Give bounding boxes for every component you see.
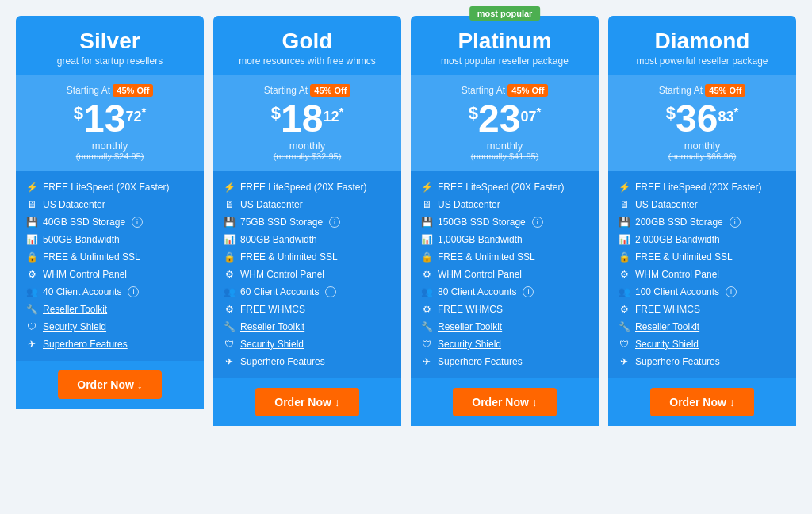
plan-subtitle-gold: more resources with free whmcs bbox=[221, 56, 393, 67]
feature-item-2: 💾 75GB SSD Storagei bbox=[223, 213, 392, 231]
price-main-platinum: 23 bbox=[478, 100, 520, 138]
feature-link-8[interactable]: Security Shield bbox=[43, 321, 106, 332]
info-icon[interactable]: i bbox=[329, 217, 340, 228]
price-period-gold: monthly bbox=[221, 140, 393, 152]
info-icon[interactable]: i bbox=[532, 217, 543, 228]
feature-icon-5: ⚙ bbox=[618, 269, 630, 280]
price-row-gold: $ 18 12* bbox=[221, 100, 393, 138]
feature-icon-10: ✈ bbox=[618, 356, 630, 367]
plan-footer-platinum: Order Now ↓ bbox=[411, 378, 599, 426]
price-period-diamond: monthly bbox=[616, 140, 788, 152]
price-dollar-platinum: $ bbox=[469, 103, 478, 124]
feature-link-10[interactable]: Superhero Features bbox=[438, 356, 523, 367]
price-asterisk-diamond: * bbox=[733, 105, 738, 118]
info-icon[interactable]: i bbox=[128, 286, 139, 297]
feature-icon-6: 👥 bbox=[25, 286, 38, 297]
feature-text-1: US Datacenter bbox=[438, 199, 500, 210]
feature-link-10[interactable]: Superhero Features bbox=[240, 356, 325, 367]
price-dollar-silver: $ bbox=[74, 103, 83, 124]
feature-icon-5: ⚙ bbox=[223, 269, 236, 280]
price-main-diamond: 36 bbox=[676, 100, 718, 138]
feature-link-9[interactable]: Security Shield bbox=[635, 339, 699, 350]
feature-item-6: 👥 100 Client Accountsi bbox=[618, 283, 787, 301]
price-asterisk-platinum: * bbox=[536, 105, 541, 118]
feature-link-8[interactable]: Reseller Toolkit bbox=[438, 321, 502, 332]
feature-icon-6: 👥 bbox=[420, 286, 433, 297]
feature-text-6: 40 Client Accounts bbox=[43, 286, 121, 297]
feature-text-1: US Datacenter bbox=[43, 199, 105, 210]
price-normal-gold: (normally $32.95) bbox=[221, 152, 393, 161]
plan-pricing-silver: Starting At 45% Off $ 13 72* monthly (no… bbox=[16, 75, 204, 171]
price-normal-platinum: (normally $41.95) bbox=[419, 152, 591, 161]
feature-item-2: 💾 150GB SSD Storagei bbox=[420, 213, 589, 231]
off-badge-platinum: 45% Off bbox=[508, 84, 548, 97]
plan-card-platinum: most popular Platinum most popular resel… bbox=[411, 16, 599, 426]
feature-icon-5: ⚙ bbox=[420, 269, 433, 280]
feature-link-9[interactable]: Security Shield bbox=[438, 339, 501, 350]
feature-item-7: ⚙ FREE WHMCS bbox=[420, 301, 589, 318]
plan-header-platinum: Platinum most popular reseller package bbox=[411, 16, 599, 75]
feature-link-8[interactable]: Reseller Toolkit bbox=[240, 321, 304, 332]
info-icon[interactable]: i bbox=[730, 217, 741, 228]
feature-icon-10: ✈ bbox=[223, 356, 236, 367]
plan-card-gold: Gold more resources with free whmcs Star… bbox=[213, 16, 401, 426]
feature-item-10: ✈ Superhero Features bbox=[420, 353, 589, 370]
plan-pricing-platinum: Starting At 45% Off $ 23 07* monthly (no… bbox=[411, 75, 599, 171]
feature-link-7[interactable]: Reseller Toolkit bbox=[43, 304, 107, 315]
feature-icon-1: 🖥 bbox=[420, 199, 433, 210]
order-btn-diamond[interactable]: Order Now ↓ bbox=[650, 388, 753, 416]
feature-icon-8: 🔧 bbox=[420, 321, 433, 332]
order-btn-silver[interactable]: Order Now ↓ bbox=[58, 370, 161, 399]
plan-subtitle-diamond: most powerful reseller package bbox=[616, 56, 788, 67]
feature-text-5: WHM Control Panel bbox=[240, 269, 324, 280]
feature-item-3: 📊 800GB Bandwidth bbox=[223, 231, 392, 248]
info-icon[interactable]: i bbox=[726, 286, 737, 297]
feature-icon-9: 🛡 bbox=[223, 339, 236, 350]
order-btn-platinum[interactable]: Order Now ↓ bbox=[453, 388, 556, 416]
feature-item-8: 🔧 Reseller Toolkit bbox=[223, 318, 392, 336]
feature-icon-0: ⚡ bbox=[223, 182, 236, 193]
feature-item-0: ⚡ FREE LiteSpeed (20X Faster) bbox=[420, 178, 589, 196]
info-icon[interactable]: i bbox=[132, 217, 143, 228]
feature-link-9[interactable]: Superhero Features bbox=[43, 339, 128, 350]
starting-at-silver: Starting At 45% Off bbox=[24, 84, 196, 97]
plan-features-platinum: ⚡ FREE LiteSpeed (20X Faster) 🖥 US Datac… bbox=[411, 171, 599, 378]
plan-footer-diamond: Order Now ↓ bbox=[608, 378, 796, 426]
feature-item-5: ⚙ WHM Control Panel bbox=[223, 266, 392, 283]
feature-item-10: ✈ Superhero Features bbox=[618, 353, 787, 370]
off-badge-diamond: 45% Off bbox=[705, 84, 745, 97]
feature-item-1: 🖥 US Datacenter bbox=[618, 196, 787, 213]
feature-icon-8: 🔧 bbox=[223, 321, 236, 332]
feature-item-5: ⚙ WHM Control Panel bbox=[618, 266, 787, 283]
plan-header-gold: Gold more resources with free whmcs bbox=[213, 16, 401, 75]
info-icon[interactable]: i bbox=[523, 286, 534, 297]
plan-name-platinum: Platinum bbox=[419, 29, 591, 54]
feature-icon-6: 👥 bbox=[223, 286, 236, 297]
order-btn-gold[interactable]: Order Now ↓ bbox=[255, 388, 358, 416]
feature-icon-7: ⚙ bbox=[618, 304, 630, 315]
feature-item-1: 🖥 US Datacenter bbox=[25, 196, 194, 213]
feature-icon-9: ✈ bbox=[25, 339, 38, 350]
feature-item-9: 🛡 Security Shield bbox=[618, 336, 787, 353]
feature-icon-2: 💾 bbox=[420, 217, 433, 228]
price-row-platinum: $ 23 07* bbox=[419, 100, 591, 138]
price-normal-diamond: (normally $66.96) bbox=[616, 152, 788, 161]
feature-text-3: 800GB Bandwidth bbox=[240, 234, 317, 245]
plan-card-silver: Silver great for startup resellers Start… bbox=[16, 16, 204, 409]
starting-at-diamond: Starting At 45% Off bbox=[616, 84, 788, 97]
feature-item-4: 🔒 FREE & Unlimited SSL bbox=[223, 248, 392, 266]
feature-link-10[interactable]: Superhero Features bbox=[635, 356, 720, 367]
feature-link-8[interactable]: Reseller Toolkit bbox=[635, 321, 699, 332]
feature-text-1: US Datacenter bbox=[635, 199, 698, 210]
feature-text-2: 200GB SSD Storage bbox=[635, 217, 723, 228]
feature-icon-2: 💾 bbox=[25, 217, 38, 228]
feature-item-3: 📊 500GB Bandwidth bbox=[25, 231, 194, 248]
feature-item-6: 👥 40 Client Accountsi bbox=[25, 283, 194, 301]
feature-icon-4: 🔒 bbox=[223, 251, 236, 263]
feature-item-4: 🔒 FREE & Unlimited SSL bbox=[25, 248, 194, 266]
feature-icon-6: 👥 bbox=[618, 286, 630, 297]
feature-link-9[interactable]: Security Shield bbox=[240, 339, 304, 350]
feature-icon-3: 📊 bbox=[223, 234, 236, 245]
feature-item-1: 🖥 US Datacenter bbox=[223, 196, 392, 213]
info-icon[interactable]: i bbox=[325, 286, 336, 297]
